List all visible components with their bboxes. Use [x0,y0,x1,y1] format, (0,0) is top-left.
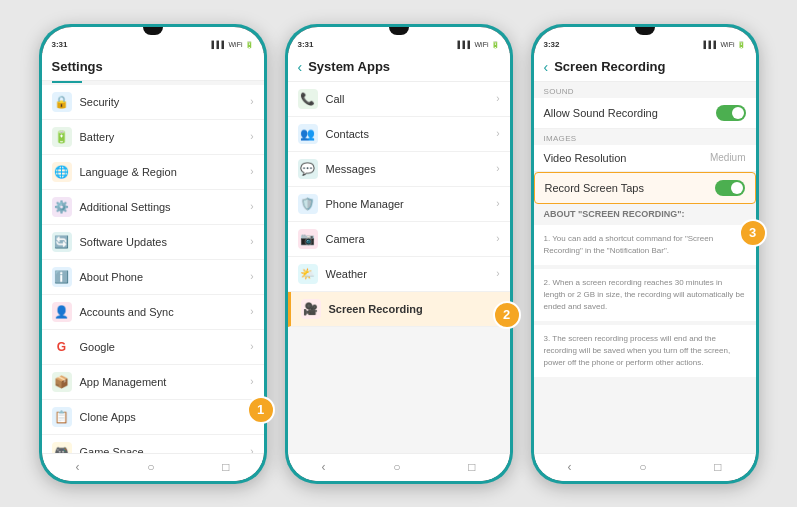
list-item-google[interactable]: G Google › [42,330,264,365]
about-text-3: 3. The screen recording process will end… [534,325,756,377]
system-apps-header: ‹ System Apps [288,53,510,82]
camera-arrow: › [496,233,499,244]
language-icon: 🌐 [52,162,72,182]
additional-label: Additional Settings [80,201,243,213]
accounts-icon: 👤 [52,302,72,322]
contacts-arrow: › [496,128,499,139]
list-item-language[interactable]: 🌐 Language & Region › [42,155,264,190]
system-apps-title: System Apps [308,59,390,74]
settings-header: Settings [42,53,264,81]
back-button-1[interactable]: ‹ [75,460,79,474]
messages-icon: 💬 [298,159,318,179]
recent-button-1[interactable]: □ [222,460,229,474]
about-text-1: 1. You can add a shortcut command for "S… [534,225,756,265]
home-button-3[interactable]: ○ [639,460,646,474]
weather-icon: 🌤️ [298,264,318,284]
about-title: ABOUT "SCREEN RECORDING": [534,204,756,221]
status-bar-1: 3:31 ▌▌▌ WiFi 🔋 [42,37,264,53]
allow-sound-toggle[interactable] [716,105,746,121]
status-time-2: 3:31 [298,40,314,49]
about-arrow: › [250,271,253,282]
list-item-camera[interactable]: 📷 Camera › [288,222,510,257]
software-label: Software Updates [80,236,243,248]
status-icons-3: ▌▌▌ WiFi 🔋 [704,41,746,49]
video-res-label: Video Resolution [544,152,627,164]
signal-icon-2: ▌▌▌ [458,41,473,48]
camera-label: Camera [326,233,489,245]
notch-bar-2 [288,27,510,37]
toggle-knob-taps [731,182,743,194]
list-item-contacts[interactable]: 👥 Contacts › [288,117,510,152]
notch-bar-1 [42,27,264,37]
call-icon: 📞 [298,89,318,109]
call-label: Call [326,93,489,105]
status-icons-2: ▌▌▌ WiFi 🔋 [458,41,500,49]
sound-section-label: Sound [534,82,756,98]
list-item-apps[interactable]: 📦 App Management › [42,365,264,400]
list-item-manager[interactable]: 🛡️ Phone Manager › [288,187,510,222]
allow-sound-row[interactable]: Allow Sound Recording [534,98,756,129]
weather-label: Weather [326,268,489,280]
about-text-2: 2. When a screen recording reaches 30 mi… [534,269,756,321]
list-item-battery[interactable]: 🔋 Battery › [42,120,264,155]
battery-icon-item: 🔋 [52,127,72,147]
notch-bar-3 [534,27,756,37]
list-item-software[interactable]: 🔄 Software Updates › [42,225,264,260]
home-button-1[interactable]: ○ [147,460,154,474]
video-res-value: Medium [710,152,746,163]
security-icon: 🔒 [52,92,72,112]
nav-bar-1: ‹ ○ □ [42,453,264,481]
screen-3: ‹ Screen Recording Sound Allow Sound Rec… [534,53,756,481]
list-item-call[interactable]: 📞 Call › [288,82,510,117]
accounts-label: Accounts and Sync [80,306,243,318]
record-taps-toggle[interactable] [715,180,745,196]
phone-1: 1 3:31 ▌▌▌ WiFi 🔋 Settings 🔒 Security › [39,24,267,484]
list-item-game[interactable]: 🎮 Game Space › [42,435,264,453]
back-arrow-2[interactable]: ‹ [298,59,303,75]
apps-icon: 📦 [52,372,72,392]
battery-icon: 🔋 [245,41,254,49]
additional-icon: ⚙️ [52,197,72,217]
list-item-about[interactable]: ℹ️ About Phone › [42,260,264,295]
phone-2: 2 3:31 ▌▌▌ WiFi 🔋 ‹ System Apps 📞 Call › [285,24,513,484]
battery-icon-2: 🔋 [491,41,500,49]
recent-button-3[interactable]: □ [714,460,721,474]
notch-1 [143,27,163,35]
list-item-accounts[interactable]: 👤 Accounts and Sync › [42,295,264,330]
status-bar-2: 3:31 ▌▌▌ WiFi 🔋 [288,37,510,53]
allow-sound-label: Allow Sound Recording [544,107,658,119]
list-item-weather[interactable]: 🌤️ Weather › [288,257,510,292]
step-badge-3: 3 [739,219,767,247]
list-item-security[interactable]: 🔒 Security › [42,85,264,120]
recording-header: ‹ Screen Recording [534,53,756,82]
video-resolution-row[interactable]: Video Resolution Medium [534,145,756,172]
toggle-knob-sound [732,107,744,119]
list-item-clone[interactable]: 📋 Clone Apps › [42,400,264,435]
header-underline-1 [52,81,82,83]
back-arrow-3[interactable]: ‹ [544,59,549,75]
status-time-3: 3:32 [544,40,560,49]
recording-title: Screen Recording [554,59,665,74]
manager-label: Phone Manager [326,198,489,210]
wifi-icon-3: WiFi [721,41,735,48]
clone-label: Clone Apps [80,411,243,423]
home-button-2[interactable]: ○ [393,460,400,474]
list-item-recording[interactable]: 🎥 Screen Recording › [288,292,510,327]
game-label: Game Space [80,446,243,453]
google-arrow: › [250,341,253,352]
clone-icon: 📋 [52,407,72,427]
list-item-additional[interactable]: ⚙️ Additional Settings › [42,190,264,225]
back-button-3[interactable]: ‹ [567,460,571,474]
accounts-arrow: › [250,306,253,317]
notch-3 [635,27,655,35]
status-time-1: 3:31 [52,40,68,49]
back-button-2[interactable]: ‹ [321,460,325,474]
system-apps-list: 📞 Call › 👥 Contacts › 💬 Messages › 🛡️ Ph… [288,82,510,453]
record-taps-row[interactable]: Record Screen Taps [534,172,756,204]
step-badge-2: 2 [493,301,521,329]
recording-label: Screen Recording [329,303,489,315]
signal-icon: ▌▌▌ [212,41,227,48]
recent-button-2[interactable]: □ [468,460,475,474]
security-label: Security [80,96,243,108]
list-item-messages[interactable]: 💬 Messages › [288,152,510,187]
